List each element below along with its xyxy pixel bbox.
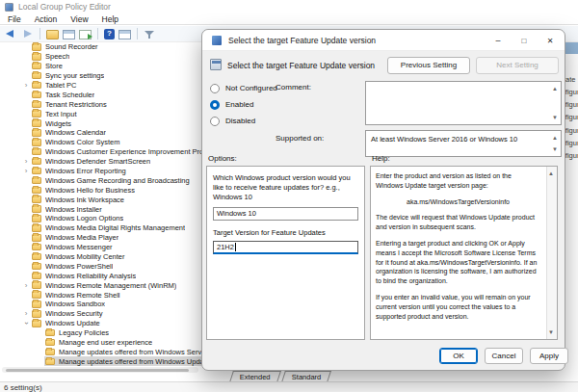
help-panel: Enter the product and version as listed … [370, 166, 558, 340]
tree-item[interactable]: Windows Media Digital Rights Management [0, 223, 201, 233]
tree-item[interactable]: Widgets [0, 118, 201, 128]
tree-item-core: Windows PowerShell [31, 261, 201, 271]
chevron-right-icon[interactable]: › [21, 281, 31, 290]
tree-item[interactable]: Windows Calendar [0, 128, 201, 138]
tree-item[interactable]: Manage updates offered from Windows Upda… [0, 356, 201, 366]
tree-item[interactable]: Manage updates offered from Windows Serv… [0, 348, 201, 357]
tree-item[interactable]: ›Windows Security [0, 309, 201, 319]
tree-item-label: Windows Messenger [45, 243, 113, 251]
folder-icon [32, 148, 41, 156]
tree-item[interactable]: Text Input [0, 109, 201, 118]
ok-button[interactable]: OK [439, 348, 478, 364]
menu-action[interactable]: Action [35, 14, 58, 24]
tree-item[interactable]: Manage end user experience [0, 338, 201, 348]
tree-item[interactable]: Windows Customer Experience Improvement … [0, 147, 201, 157]
chevron-right-icon[interactable]: › [21, 167, 31, 175]
supported-on-label: Supported on: [276, 134, 324, 143]
chevron-down-icon[interactable]: › [22, 319, 31, 328]
tree-item[interactable]: ›Windows Remote Management (WinRM) [0, 280, 201, 290]
menu-view[interactable]: View [70, 14, 88, 24]
tree-item[interactable]: Windows Color System [0, 138, 201, 147]
tree-item[interactable]: Windows Game Recording and Broadcasting [0, 175, 201, 185]
back-icon[interactable] [5, 28, 17, 40]
help-icon[interactable] [104, 29, 115, 39]
comment-textarea[interactable] [365, 81, 562, 125]
tree-item[interactable]: Windows Messenger [0, 243, 201, 252]
folder-icon [32, 291, 41, 299]
radio-icon [210, 100, 220, 110]
chevron-right-icon[interactable]: › [21, 81, 31, 90]
folder-icon [32, 168, 41, 175]
tree-item[interactable]: ›Windows Defender SmartScreen [0, 157, 201, 167]
forward-icon[interactable] [21, 28, 34, 40]
chevron-right-icon[interactable]: › [21, 309, 31, 318]
previous-setting-button[interactable]: Previous Setting [387, 57, 470, 74]
tree-item[interactable]: Task Scheduler [0, 90, 201, 99]
tree-item-core: Windows Game Recording and Broadcasting [31, 175, 201, 185]
folder-icon [32, 119, 41, 127]
maximize-icon[interactable] [517, 36, 531, 45]
target-version-input[interactable]: 21H2 [213, 241, 358, 254]
scroll-down-icon[interactable] [552, 146, 558, 152]
tree-item[interactable]: ›Windows Update [0, 319, 201, 328]
tree-item-label: Windows Media Digital Rights Management [45, 223, 185, 232]
supported-on-box[interactable]: At least Windows Server 2016 or Windows … [365, 130, 562, 157]
tree-item[interactable]: Tenant Restrictions [0, 99, 201, 109]
next-setting-button[interactable]: Next Setting [476, 57, 559, 74]
scroll-up-icon[interactable] [552, 86, 558, 91]
tree-item[interactable]: Windows Logon Options [0, 214, 201, 223]
help-scrollbar[interactable] [546, 167, 557, 339]
tree-item-core: Windows Media Player [31, 233, 201, 243]
tree-item[interactable]: Store [0, 62, 201, 71]
chevron-right-icon[interactable]: › [21, 157, 31, 166]
tree-item[interactable]: Windows PowerShell [0, 261, 201, 271]
status-text: 6 setting(s) [4, 383, 42, 392]
tree-item-core: Tenant Restrictions [31, 99, 201, 109]
list-view-icon[interactable] [63, 30, 75, 39]
apply-button[interactable]: Apply [530, 348, 568, 364]
scroll-up-icon[interactable] [552, 135, 558, 141]
tree-item[interactable]: Windows Media Player [0, 233, 201, 243]
filter-icon[interactable] [144, 28, 156, 40]
scroll-down-icon[interactable] [552, 115, 558, 120]
tree-item[interactable]: Windows Ink Workspace [0, 195, 201, 204]
menu-help[interactable]: Help [102, 14, 118, 24]
tree-item-label: Text Input [45, 110, 77, 118]
tree-item[interactable]: Sound Recorder [0, 42, 201, 52]
tree-item[interactable]: ›Tablet PC [0, 81, 201, 91]
tree-item-core: Speech [31, 52, 201, 62]
tree-item[interactable]: Legacy Policies [0, 328, 201, 338]
tree-item-core: Windows Ink Workspace [31, 195, 201, 204]
tree-item-label: Windows Update [45, 319, 100, 327]
scroll-down-icon[interactable] [548, 329, 554, 335]
cancel-button[interactable]: Cancel [485, 348, 523, 364]
tree-item[interactable]: Windows Remote Shell [0, 290, 201, 300]
tree-item[interactable]: Windows Sandbox [0, 300, 201, 309]
folder-icon [45, 358, 55, 366]
tree-item-core: Windows Reliability Analysis [31, 271, 201, 280]
comment-label: Comment: [276, 83, 311, 91]
window-title: Local Group Policy Editor [18, 2, 111, 12]
tree-item[interactable]: Windows Hello for Business [0, 185, 201, 195]
minimize-icon[interactable] [491, 36, 505, 45]
tree-item[interactable]: ›Windows Error Reporting [0, 167, 201, 176]
tree-item[interactable]: Windows Reliability Analysis [0, 271, 201, 280]
radio-disabled[interactable]: Disabled [210, 113, 364, 129]
tree-item[interactable]: Windows Installer [0, 204, 201, 214]
export-list-icon[interactable] [79, 30, 92, 39]
menu-file[interactable]: File [8, 14, 21, 24]
tree-item-label: Windows Defender SmartScreen [45, 157, 150, 166]
scroll-up-icon[interactable] [548, 170, 554, 176]
close-icon[interactable] [543, 36, 557, 45]
horizontal-scrollbar[interactable] [2, 367, 198, 373]
show-window-icon[interactable] [118, 30, 131, 39]
up-folder-icon[interactable] [46, 30, 59, 39]
tree-item-core: Manage updates offered from Windows Upda… [44, 356, 201, 366]
scrollbar-thumb[interactable] [6, 369, 189, 372]
folder-icon [32, 301, 41, 308]
radio-enabled[interactable]: Enabled [210, 96, 364, 113]
tree-item[interactable]: Sync your settings [0, 71, 201, 81]
product-version-input[interactable]: Windows 10 [213, 207, 358, 221]
tree-item[interactable]: Windows Mobility Center [0, 252, 201, 262]
tree-item[interactable]: Speech [0, 52, 201, 62]
